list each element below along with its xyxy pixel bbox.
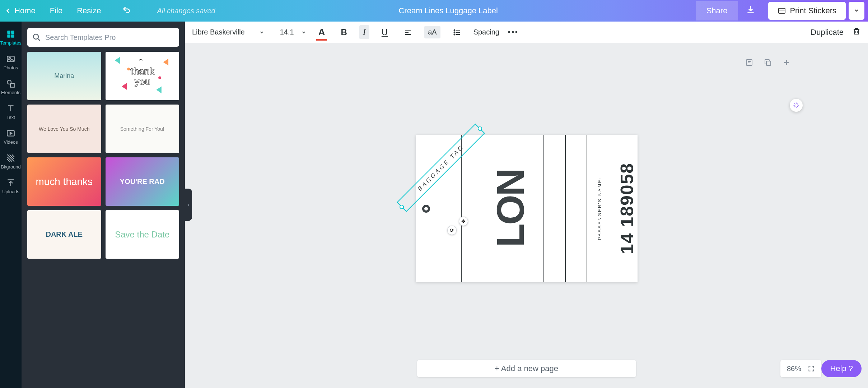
svg-point-20: [454, 29, 455, 31]
share-button[interactable]: Share: [696, 1, 738, 20]
template-label: DARK ALE: [46, 230, 83, 239]
more-options-button[interactable]: •••: [508, 28, 519, 36]
template-card[interactable]: YOU'RE RAD: [106, 157, 179, 206]
airport-code-text[interactable]: LON: [488, 170, 533, 247]
svg-rect-8: [10, 83, 14, 87]
template-card[interactable]: Save the Date: [106, 210, 179, 259]
templates-tab[interactable]: Templates: [0, 25, 22, 50]
plus-icon: [782, 58, 791, 67]
text-color-button[interactable]: A: [315, 24, 329, 40]
template-label: Save the Date: [115, 230, 169, 240]
download-button[interactable]: [738, 0, 763, 22]
home-button[interactable]: Home: [4, 6, 36, 15]
page-controls: [745, 58, 791, 68]
svg-rect-4: [11, 34, 14, 38]
print-stickers-button[interactable]: Print Stickers: [768, 2, 846, 20]
passenger-label[interactable]: PASSENGER'S NAME:: [597, 177, 602, 240]
text-label: Text: [6, 115, 15, 120]
svg-rect-2: [11, 31, 14, 34]
delete-button[interactable]: [852, 27, 861, 37]
copy-page-button[interactable]: [764, 58, 772, 68]
chevron-down-icon: [259, 30, 264, 35]
uploads-tab[interactable]: Uploads: [0, 174, 22, 199]
align-button[interactable]: [400, 26, 416, 39]
zoom-controls: 86%: [780, 360, 821, 377]
template-card[interactable]: Something For You!: [106, 105, 179, 153]
template-card[interactable]: DARK ALE: [27, 210, 101, 259]
color-swatch: [316, 39, 327, 41]
elements-label: Elements: [1, 90, 20, 95]
note-icon: [745, 58, 753, 67]
align-icon: [403, 28, 412, 37]
divider-line: [587, 135, 587, 282]
sparkle-icon: [793, 102, 800, 109]
template-card[interactable]: We Love You So Much: [27, 105, 101, 153]
svg-point-10: [33, 34, 38, 39]
background-label: Bkground: [1, 164, 21, 170]
template-card[interactable]: much thanks: [27, 157, 101, 206]
fullscreen-icon[interactable]: [808, 365, 815, 372]
list-button[interactable]: [449, 26, 465, 39]
side-icon-rail: Templates Photos Elements Text Videos Bk…: [0, 22, 22, 388]
divider-line: [565, 135, 566, 282]
elements-icon: [6, 79, 15, 88]
font-family-select[interactable]: Libre Baskerville: [192, 28, 264, 36]
canvas-workspace[interactable]: LON PASSENGER'S NAME: 14 189058 BAGGAGE …: [185, 43, 868, 388]
uploads-label: Uploads: [2, 189, 19, 194]
bold-button[interactable]: B: [337, 25, 350, 40]
divider-line: [543, 135, 544, 282]
print-dropdown[interactable]: [849, 2, 864, 20]
svg-rect-1: [7, 31, 10, 34]
resize-handle-left[interactable]: [398, 204, 405, 210]
search-input[interactable]: [45, 33, 174, 42]
rotate-handle[interactable]: ⟳: [447, 226, 457, 235]
svg-text:you: you: [134, 77, 150, 87]
selected-text-box[interactable]: BAGGAGE TAG: [396, 124, 485, 212]
notes-button[interactable]: [745, 58, 753, 68]
design-canvas[interactable]: LON PASSENGER'S NAME: 14 189058 BAGGAGE …: [416, 135, 638, 282]
background-tab[interactable]: Bkground: [0, 149, 22, 174]
serial-number-text[interactable]: 14 189058: [617, 163, 638, 254]
undo-icon: [122, 5, 132, 14]
undo-button[interactable]: [122, 5, 132, 17]
document-name[interactable]: Cream Lines Luggage Label: [398, 6, 498, 15]
template-card[interactable]: Marina: [27, 52, 101, 100]
hole-circle[interactable]: [422, 205, 430, 213]
help-button[interactable]: Help ?: [821, 360, 862, 377]
text-case-button[interactable]: aA: [424, 26, 440, 38]
save-status: All changes saved: [157, 7, 215, 15]
download-icon: [746, 5, 755, 14]
templates-panel: Marina thank you We Love You So Much Som…: [22, 22, 185, 388]
resize-menu[interactable]: Resize: [77, 6, 101, 15]
italic-button[interactable]: I: [359, 25, 369, 39]
font-name: Libre Baskerville: [192, 28, 245, 36]
template-card[interactable]: thank you: [106, 52, 179, 100]
text-tab[interactable]: Text: [0, 100, 22, 124]
zoom-level[interactable]: 86%: [787, 365, 801, 373]
text-toolbar: Libre Baskerville 14.1 A B I U aA Spacin…: [185, 22, 868, 43]
templates-icon: [6, 29, 15, 39]
move-handle[interactable]: ✥: [459, 217, 468, 226]
photos-tab[interactable]: Photos: [0, 50, 22, 75]
magic-button[interactable]: [790, 99, 803, 112]
text-icon: [6, 104, 15, 113]
template-label: YOU'RE RAD: [120, 177, 165, 186]
svg-point-16: [127, 68, 130, 70]
file-menu[interactable]: File: [50, 6, 62, 15]
home-label: Home: [14, 6, 36, 15]
add-page-bar[interactable]: + Add a new page: [417, 360, 636, 377]
svg-point-22: [454, 34, 455, 35]
elements-tab[interactable]: Elements: [0, 75, 22, 100]
chevron-down-icon: [301, 30, 306, 35]
search-box: [27, 28, 179, 47]
underline-button[interactable]: U: [378, 25, 391, 40]
font-size-select[interactable]: 14.1: [280, 28, 306, 36]
resize-handle-right[interactable]: [477, 126, 483, 132]
svg-text:thank: thank: [130, 66, 154, 76]
spacing-button[interactable]: Spacing: [473, 28, 499, 36]
print-label: Print Stickers: [790, 6, 836, 15]
duplicate-button[interactable]: Duplicate: [811, 28, 844, 37]
add-page-button[interactable]: [782, 58, 791, 68]
videos-tab[interactable]: Videos: [0, 124, 22, 149]
top-menu-bar: Home File Resize All changes saved Cream…: [0, 0, 868, 22]
